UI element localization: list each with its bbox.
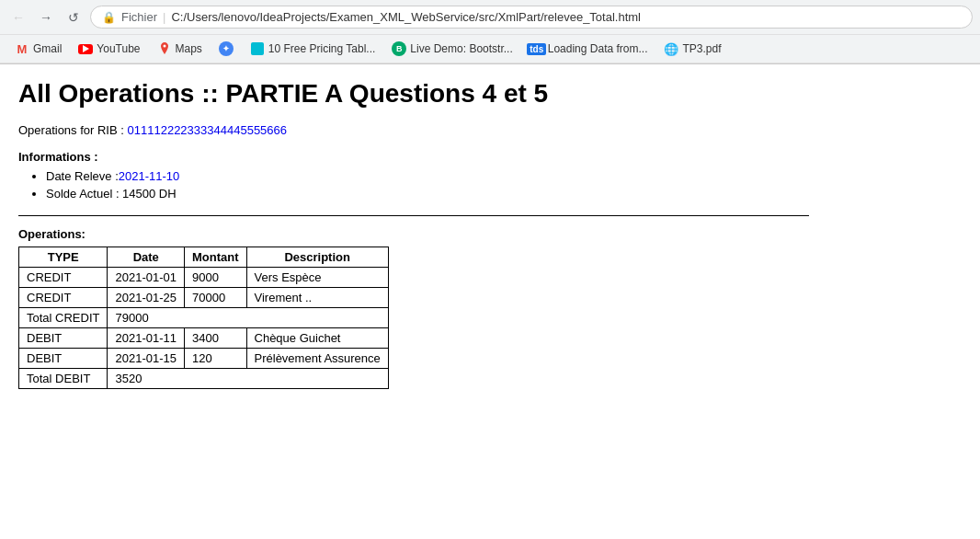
tp3-icon: 🌐 [664, 41, 678, 56]
back-button[interactable]: ← [7, 6, 29, 29]
table-row: CREDIT 2021-01-01 9000 Vers Espèce [19, 268, 389, 288]
lock-icon: 🔒 [102, 11, 116, 24]
separator: | [163, 10, 165, 24]
row-montant: 70000 [184, 288, 246, 308]
livedemo-icon: B [392, 41, 406, 56]
address-bar[interactable]: 🔒 Fichier | C:/Users/lenovo/IdeaProjects… [90, 6, 973, 29]
col-date: Date [108, 247, 185, 268]
bookmark-pricing-label: 10 Free Pricing Tabl... [268, 42, 376, 55]
rib-label: Operations for RIB : [18, 123, 124, 137]
row-description: Vers Espèce [246, 268, 388, 288]
rib-line: Operations for RIB : 0111122223333444455… [18, 123, 809, 137]
bookmark-tp3-label: TP3.pdf [682, 42, 721, 55]
table-row: DEBIT 2021-01-15 120 Prélèvement Assuren… [19, 349, 389, 369]
row-type: DEBIT [19, 349, 108, 369]
bookmark-circle1[interactable]: ✦ [211, 39, 241, 59]
total-debit-row: Total DEBIT 3520 [19, 369, 389, 389]
tds-icon: tds [530, 41, 544, 56]
info-title: Informations : [18, 150, 809, 164]
bookmark-gmail-label: Gmail [33, 42, 62, 55]
info-solde: Solde Actuel : 14500 DH [46, 187, 809, 201]
file-label: Fichier [121, 10, 157, 24]
row-date: 2021-01-25 [108, 288, 185, 308]
bookmark-youtube-label: YouTube [97, 42, 140, 55]
reload-button[interactable]: ↺ [63, 6, 85, 29]
info-date: Date Releve :2021-11-10 [46, 169, 809, 183]
page-title: All Operations :: PARTIE A Questions 4 e… [18, 79, 809, 109]
rib-value: 011112222333344445555666 [128, 123, 288, 137]
total-debit-label: Total DEBIT [19, 369, 108, 389]
table-row: DEBIT 2021-01-11 3400 Chèque Guichet [19, 328, 389, 349]
page-content: All Operations :: PARTIE A Questions 4 e… [0, 64, 827, 404]
bookmark-livedemo[interactable]: B Live Demo: Bootstr... [384, 39, 519, 59]
row-date: 2021-01-15 [108, 349, 185, 369]
browser-chrome: ← → ↺ 🔒 Fichier | C:/Users/lenovo/IdeaPr… [0, 0, 980, 64]
total-credit-value: 79000 [108, 308, 388, 328]
col-description: Description [246, 247, 388, 268]
svg-point-0 [163, 45, 165, 48]
col-montant: Montant [184, 247, 246, 268]
bookmark-tds-label: Loading Data from... [548, 42, 648, 55]
row-description: Virement .. [246, 288, 388, 308]
row-type: DEBIT [19, 328, 108, 349]
operations-table: TYPE Date Montant Description CREDIT 202… [18, 247, 389, 389]
table-row: CREDIT 2021-01-25 70000 Virement .. [19, 288, 389, 308]
divider [18, 215, 809, 216]
bookmark-maps-label: Maps [176, 42, 202, 55]
row-date: 2021-01-01 [108, 268, 185, 288]
total-credit-row: Total CREDIT 79000 [19, 308, 389, 328]
maps-icon [157, 41, 172, 56]
bookmark-youtube[interactable]: YouTube [71, 39, 147, 59]
info-list: Date Releve :2021-11-10 Solde Actuel : 1… [18, 169, 809, 201]
circle-blue-icon: ✦ [219, 41, 234, 56]
table-header-row: TYPE Date Montant Description [19, 247, 389, 268]
bookmark-maps[interactable]: Maps [150, 39, 210, 59]
info-section: Informations : Date Releve :2021-11-10 S… [18, 150, 809, 201]
forward-button[interactable]: → [35, 6, 57, 29]
row-montant: 9000 [184, 268, 246, 288]
bookmark-livedemo-label: Live Demo: Bootstr... [410, 42, 512, 55]
ops-title: Operations: [18, 227, 809, 241]
row-description: Chèque Guichet [246, 328, 388, 349]
bookmark-gmail[interactable]: M Gmail [7, 39, 69, 59]
total-credit-label: Total CREDIT [19, 308, 108, 328]
nav-bar: ← → ↺ 🔒 Fichier | C:/Users/lenovo/IdeaPr… [0, 0, 980, 34]
bookmarks-bar: M Gmail YouTube Maps ✦ [0, 34, 980, 63]
row-montant: 3400 [184, 328, 246, 349]
row-type: CREDIT [19, 268, 108, 288]
youtube-icon [78, 41, 93, 56]
row-date: 2021-01-11 [108, 328, 185, 349]
bookmark-tp3[interactable]: 🌐 TP3.pdf [656, 39, 728, 59]
pricing-icon [250, 41, 265, 56]
col-type: TYPE [19, 247, 108, 268]
gmail-icon: M [15, 41, 29, 56]
row-montant: 120 [184, 349, 246, 369]
row-description: Prélèvement Assurence [246, 349, 388, 369]
bookmark-pricing[interactable]: 10 Free Pricing Tabl... [243, 39, 383, 59]
date-value: 2021-11-10 [119, 169, 180, 183]
url-text: C:/Users/lenovo/IdeaProjects/Examen_XML_… [171, 10, 641, 24]
total-debit-value: 3520 [108, 369, 388, 389]
bookmark-tds[interactable]: tds Loading Data from... [522, 39, 655, 59]
row-type: CREDIT [19, 288, 108, 308]
